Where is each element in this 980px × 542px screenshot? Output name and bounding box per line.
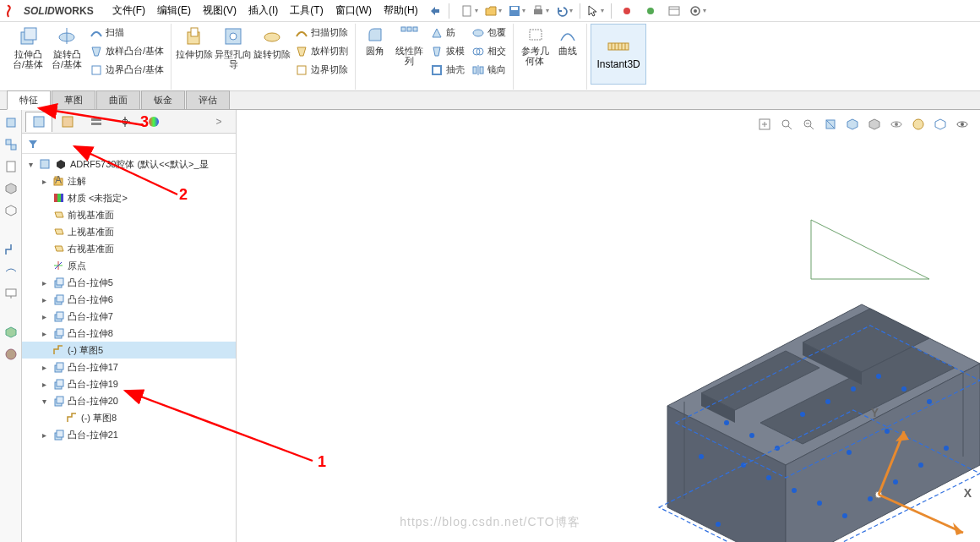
- revolve-cut-button[interactable]: 旋转切除: [253, 24, 291, 83]
- select-button[interactable]: ▾: [585, 2, 606, 20]
- side-assembly-icon[interactable]: [3, 137, 19, 152]
- svg-rect-48: [91, 118, 101, 121]
- zoom-area-icon[interactable]: [777, 115, 796, 134]
- curves-button[interactable]: 曲线: [553, 24, 583, 83]
- tab-features[interactable]: 特征: [7, 90, 51, 110]
- tree-item[interactable]: ▸凸台-拉伸7: [22, 308, 236, 325]
- rib-button[interactable]: 筋: [427, 24, 468, 42]
- side-folder-icon[interactable]: [3, 203, 19, 218]
- tree-item[interactable]: ▸凸台-拉伸5: [22, 274, 236, 291]
- svg-text:A: A: [55, 175, 62, 186]
- rebuild-button[interactable]: [617, 2, 637, 20]
- swept-cut-button[interactable]: 扫描切除: [291, 24, 351, 42]
- wrap-button[interactable]: 包覆: [468, 24, 509, 42]
- tree-item[interactable]: ▸A注解: [22, 172, 236, 189]
- mirror-button[interactable]: 镜向: [468, 61, 509, 79]
- tree-item-label: 凸台-拉伸5: [68, 276, 113, 289]
- revolve-boss-button[interactable]: 旋转凸台/基体: [47, 24, 86, 83]
- open-file-button[interactable]: ▾: [483, 2, 504, 20]
- loft-boss-button[interactable]: 放样凸台/基体: [86, 42, 167, 61]
- tree-item[interactable]: 原点: [22, 257, 236, 274]
- linear-pattern-button[interactable]: 线性阵列: [391, 24, 427, 83]
- tree-item-label: 凸台-拉伸7: [68, 310, 113, 323]
- hide-show-icon[interactable]: [887, 115, 906, 134]
- tree-tab-expand[interactable]: >: [205, 112, 232, 132]
- menu-tools[interactable]: 工具(T): [285, 1, 328, 20]
- tree-item[interactable]: 材质 <未指定>: [22, 189, 236, 206]
- search-icon[interactable]: [425, 2, 445, 20]
- undo-button[interactable]: ▾: [554, 2, 574, 20]
- side-appearance-icon[interactable]: [3, 347, 19, 362]
- svg-point-94: [800, 412, 805, 417]
- boundary-boss-button[interactable]: 边界凸台/基体: [86, 61, 167, 79]
- tab-evaluate[interactable]: 评估: [186, 90, 230, 109]
- svg-point-45: [6, 349, 16, 359]
- side-drawing-icon[interactable]: [3, 159, 19, 174]
- side-part-icon[interactable]: [3, 115, 19, 130]
- view-orientation-icon[interactable]: [843, 115, 862, 134]
- menu-view[interactable]: 视图(V): [198, 1, 242, 20]
- fillet-button[interactable]: 圆角: [359, 24, 391, 83]
- tree-item[interactable]: ▸凸台-拉伸21: [22, 426, 236, 443]
- tree-item[interactable]: (-) 草图5: [22, 342, 236, 359]
- tree-tab-property[interactable]: [54, 112, 81, 132]
- tree-item[interactable]: ▾凸台-拉伸20: [22, 392, 236, 409]
- side-sketch-icon[interactable]: [3, 242, 19, 257]
- previous-view-icon[interactable]: [799, 115, 818, 134]
- extrude-boss-button[interactable]: 拉伸凸台/基体: [8, 24, 47, 83]
- tree-item[interactable]: 前视基准面: [22, 206, 236, 223]
- tree-item[interactable]: (-) 草图8: [22, 409, 236, 426]
- sweep-button[interactable]: 扫描: [86, 24, 167, 42]
- new-file-button[interactable]: ▾: [460, 2, 480, 20]
- tree-item[interactable]: ▸凸台-拉伸19: [22, 375, 236, 392]
- tree-tab-dimexpert[interactable]: [112, 112, 139, 132]
- tree-item[interactable]: ▸凸台-拉伸6: [22, 291, 236, 308]
- menu-help[interactable]: 帮助(H): [378, 1, 423, 20]
- tree-item[interactable]: 右视基准面: [22, 240, 236, 257]
- graphics-viewport[interactable]: X Y: [237, 110, 980, 542]
- ref-geometry-button[interactable]: 参考几何体: [517, 24, 553, 83]
- svg-rect-58: [54, 194, 57, 202]
- zoom-fit-icon[interactable]: [755, 115, 774, 134]
- save-button[interactable]: ▾: [507, 2, 527, 20]
- instant3d-button[interactable]: Instant3D: [591, 24, 646, 85]
- svg-point-96: [851, 386, 856, 391]
- hole-wizard-button[interactable]: 异型孔向导: [214, 24, 253, 83]
- section-view-icon[interactable]: [821, 115, 840, 134]
- tree-item[interactable]: ▸凸台-拉伸17: [22, 359, 236, 375]
- side-render-icon[interactable]: [3, 325, 19, 340]
- side-cube-icon[interactable]: [3, 181, 19, 196]
- view-settings-icon[interactable]: [953, 115, 972, 134]
- svg-rect-21: [297, 66, 306, 74]
- options-button[interactable]: [664, 2, 684, 20]
- display-style-icon[interactable]: [865, 115, 884, 134]
- boundary-cut-button[interactable]: 边界切除: [291, 61, 351, 79]
- menu-file[interactable]: 文件(F): [107, 1, 150, 20]
- print-button[interactable]: ▾: [531, 2, 551, 20]
- filter-icon[interactable]: [27, 138, 39, 150]
- rebuild-all-button[interactable]: [640, 2, 661, 20]
- svg-rect-42: [7, 162, 15, 172]
- menu-edit[interactable]: 编辑(E): [152, 1, 196, 20]
- tree-root[interactable]: ▾ ADRF5730腔体 (默认<<默认>_显: [22, 156, 236, 172]
- tab-surface[interactable]: 曲面: [96, 90, 140, 109]
- tab-sheetmetal[interactable]: 钣金: [141, 90, 185, 109]
- menu-window[interactable]: 窗口(W): [330, 1, 377, 20]
- side-dimension-icon[interactable]: [3, 264, 19, 279]
- tree-item[interactable]: 上视基准面: [22, 223, 236, 240]
- lofted-cut-button[interactable]: 放样切割: [291, 42, 351, 61]
- tab-sketch[interactable]: 草图: [52, 90, 95, 109]
- settings-button[interactable]: ▾: [688, 2, 708, 20]
- tree-item[interactable]: ▸凸台-拉伸8: [22, 325, 236, 342]
- svg-rect-43: [6, 289, 16, 296]
- draft-button[interactable]: 拔模: [427, 42, 468, 61]
- side-display-icon[interactable]: [3, 286, 19, 301]
- shell-button[interactable]: 抽壳: [427, 61, 468, 79]
- intersect-button[interactable]: 相交: [468, 42, 509, 61]
- extrude-cut-button[interactable]: 拉伸切除: [175, 24, 214, 83]
- tree-tab-feature[interactable]: [25, 112, 52, 132]
- menu-insert[interactable]: 插入(I): [243, 1, 283, 20]
- tree-tab-config[interactable]: [83, 112, 110, 132]
- edit-appearance-icon[interactable]: [909, 115, 928, 134]
- apply-scene-icon[interactable]: [931, 115, 950, 134]
